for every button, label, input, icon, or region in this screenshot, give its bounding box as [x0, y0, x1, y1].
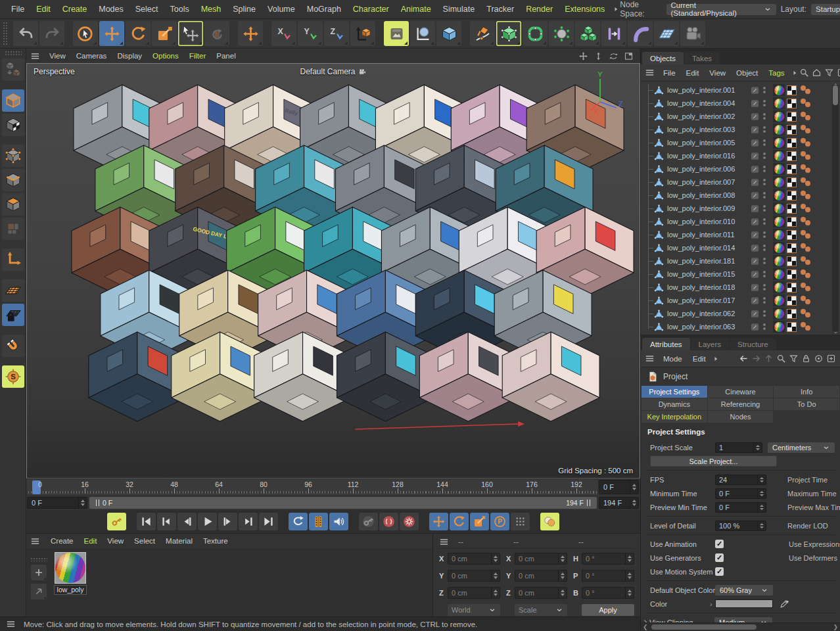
viewport-orbit-icon[interactable] [609, 51, 618, 61]
key-rotation-button[interactable] [450, 513, 469, 530]
goto-next-frame-button[interactable] [218, 513, 237, 530]
material-tag[interactable] [773, 294, 785, 306]
value-field[interactable]: 24 [715, 475, 766, 485]
polygon-object-icon[interactable] [654, 243, 665, 253]
object-name[interactable]: low_poly_interior.062 [667, 310, 750, 317]
objects-menu-view[interactable]: View [704, 69, 731, 77]
material-tag[interactable] [773, 281, 785, 293]
edit-state-icon[interactable] [750, 177, 760, 187]
objects-scrollbar[interactable] [832, 84, 839, 332]
phong-tag-icons[interactable] [800, 308, 813, 319]
polygon-object-icon[interactable] [654, 217, 665, 227]
transfer-tool[interactable] [204, 21, 229, 46]
hamburger-icon[interactable] [6, 619, 16, 629]
material-tag[interactable] [773, 321, 785, 333]
object-name[interactable]: low_poly_interior.005 [667, 139, 750, 147]
menu-volume[interactable]: Volume [262, 5, 301, 14]
edit-state-icon[interactable] [750, 256, 760, 266]
volume-builder-button[interactable] [549, 21, 574, 46]
attr-tab-project-settings[interactable]: Project Settings [642, 386, 707, 398]
material-swatch[interactable]: low_poly [53, 552, 88, 617]
coordinate-field[interactable]: 0 cm [448, 570, 500, 582]
material-tag[interactable] [773, 268, 785, 280]
texture-tag-icon[interactable] [787, 85, 797, 95]
cloner-button[interactable] [575, 21, 600, 46]
material-tag[interactable] [773, 308, 785, 319]
visibility-dots[interactable] [762, 192, 766, 199]
value-stepper[interactable] [757, 489, 766, 498]
menu-tracker[interactable]: Tracker [480, 5, 520, 14]
object-row[interactable]: low_poly_interior.003 [646, 123, 840, 136]
polygon-object-icon[interactable] [654, 151, 665, 161]
phong-tag-icons[interactable] [800, 98, 813, 108]
object-row[interactable]: low_poly_interior.009 [646, 202, 840, 215]
attr-tab-key-interpolation[interactable]: Key Interpolation [642, 411, 707, 423]
phong-tag-icons[interactable] [800, 321, 813, 332]
object-name[interactable]: low_poly_interior.063 [667, 323, 750, 331]
menu-overflow-icon[interactable] [791, 69, 799, 77]
material-thumbnail[interactable] [55, 552, 86, 584]
value-stepper[interactable] [491, 588, 500, 598]
menu-overflow-icon[interactable] [612, 5, 620, 13]
attributes-menu-edit[interactable]: Edit [688, 355, 711, 363]
viewport-solo-button[interactable]: S [2, 365, 24, 388]
material-menu-texture[interactable]: Texture [198, 537, 233, 545]
coordinate-field[interactable]: 0 ° [582, 570, 634, 582]
camera-button[interactable] [680, 21, 705, 46]
coordinate-field[interactable]: 0 cm [515, 570, 567, 582]
edit-state-icon[interactable] [750, 191, 760, 200]
tree-branch[interactable] [646, 202, 653, 215]
texture-tag-icon[interactable] [787, 204, 797, 214]
material-menu-material[interactable]: Material [160, 537, 198, 545]
visibility-dots[interactable] [762, 245, 766, 251]
go-up-icon[interactable] [764, 354, 774, 363]
texture-tag-icon[interactable] [787, 256, 797, 266]
tweak-mode-button[interactable] [2, 218, 24, 240]
redo-button[interactable] [39, 21, 64, 46]
coordinate-field[interactable]: 0 ° [582, 553, 634, 565]
menu-simulate[interactable]: Simulate [437, 5, 481, 14]
edit-state-icon[interactable] [750, 309, 760, 319]
object-row[interactable]: low_poly_interior.018 [646, 281, 840, 294]
edit-state-icon[interactable] [750, 138, 760, 148]
attr-tab-info[interactable]: Info [774, 386, 839, 398]
object-name[interactable]: low_poly_interior.003 [667, 126, 750, 133]
scale-tool[interactable] [152, 21, 177, 46]
attr-tab-nodes[interactable]: Nodes [708, 411, 774, 423]
phong-tag-icons[interactable] [800, 203, 813, 214]
coordinate-field[interactable]: 0 cm [448, 553, 500, 565]
phong-tag-icons[interactable] [800, 256, 813, 266]
texture-mode-button[interactable] [2, 114, 24, 136]
value-stepper[interactable] [757, 503, 766, 512]
polygon-mode-button[interactable] [2, 193, 24, 216]
keying-settings-button[interactable] [400, 513, 419, 530]
texture-tag-icon[interactable] [787, 217, 797, 227]
render-settings-button[interactable] [436, 21, 461, 46]
texture-tag-icon[interactable] [787, 269, 797, 279]
polygon-object-icon[interactable] [654, 99, 665, 108]
visibility-dots[interactable] [762, 258, 766, 264]
menu-extensions[interactable]: Extensions [559, 5, 611, 14]
value-stepper[interactable] [757, 475, 766, 484]
phong-tag-icons[interactable] [800, 229, 813, 240]
show-keyframes-button[interactable] [309, 513, 328, 530]
object-row[interactable]: low_poly_interior.005 [646, 136, 840, 149]
home-icon[interactable] [812, 68, 822, 78]
scroll-left-icon[interactable]: ❮ [643, 624, 648, 630]
value-field[interactable]: 0 F [715, 488, 766, 499]
edit-state-icon[interactable] [750, 322, 760, 332]
menu-mograph[interactable]: MoGraph [301, 5, 347, 14]
material-tag[interactable] [773, 216, 785, 227]
object-name[interactable]: low_poly_interior.011 [667, 231, 750, 239]
history-back-icon[interactable] [739, 354, 749, 363]
lock-icon[interactable] [801, 354, 811, 363]
menu-create[interactable]: Create [57, 5, 93, 14]
attr-tab-referencing[interactable]: Referencing [708, 398, 774, 410]
visibility-dots[interactable] [762, 166, 766, 172]
range-start-stepper[interactable] [78, 498, 87, 508]
material-tag[interactable] [773, 242, 785, 254]
current-frame-field[interactable]: 0 F [599, 480, 639, 494]
edit-state-icon[interactable] [750, 85, 760, 95]
material-tag[interactable] [773, 150, 785, 162]
tree-branch[interactable] [646, 294, 653, 307]
